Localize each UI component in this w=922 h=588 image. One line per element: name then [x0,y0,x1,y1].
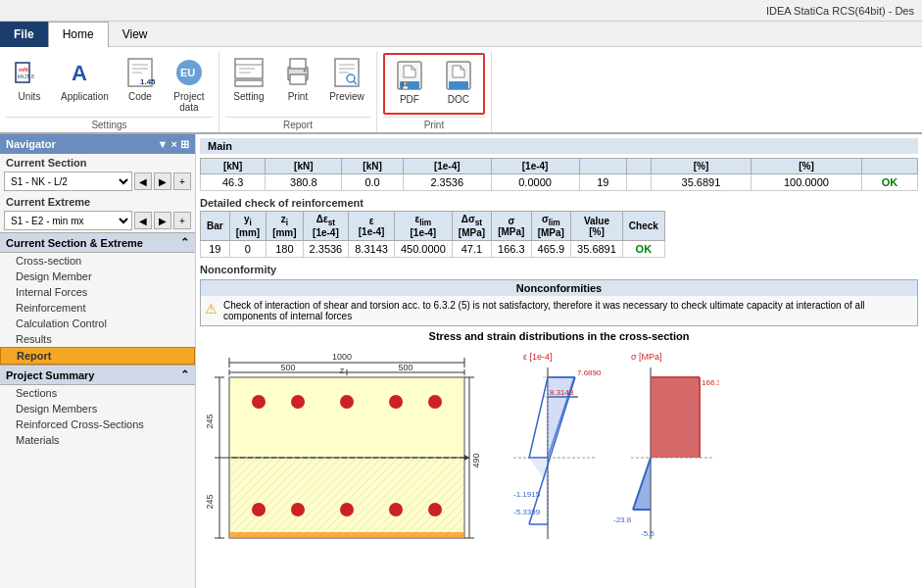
content-area: Main [kN] [kN] [kN] [1e-4] [1e-4] [%] [%… [196,134,922,588]
r-value: 35.6891 [571,241,623,258]
preview-button[interactable]: Preview [323,53,370,104]
print-label: Print [288,91,309,102]
r-eps: 8.3143 [349,241,395,258]
nav-reinforced-cross-sections[interactable]: Reinforced Cross-Sections [0,416,195,432]
settings-group: mN kN 25.8 Units A Application [0,51,219,132]
rh-eps: ε[1e-4] [349,212,395,241]
diagram-area: 1000 500 z 500 [200,348,918,556]
doc-label: DOC [448,94,469,105]
print-button[interactable]: Print [274,53,321,104]
svg-rect-79 [229,532,464,538]
svg-text:ε [1e-4]: ε [1e-4] [523,352,553,362]
svg-point-54 [252,395,266,409]
svg-rect-18 [290,59,306,69]
project-data-button[interactable]: EU Projectdata [166,53,213,115]
svg-text:1.45: 1.45 [140,77,156,86]
summary-cell-9: 100.0000 [751,174,861,191]
nav-calculation-control[interactable]: Calculation Control [0,316,195,331]
summary-cell-10: OK [862,174,918,191]
nonconformity-section-title: Nonconformity [200,264,918,275]
nav-materials[interactable]: Materials [0,432,195,448]
navigator-controls: ▼ × ⊞ [158,138,189,151]
doc-icon [441,58,476,93]
print-icon [280,55,315,90]
application-icon: A [67,55,102,90]
section-group-header[interactable]: Current Section & Extreme ⌃ [0,232,195,253]
view-tab[interactable]: View [109,22,162,47]
svg-point-59 [252,503,266,516]
svg-point-55 [291,395,305,409]
menu-bar: File Home View [0,22,922,47]
pdf-button[interactable]: 💾 PDF [386,56,433,107]
current-section-select[interactable]: S1 - NK - L/2 [4,172,132,191]
nav-cross-section[interactable]: Cross-section [0,253,195,269]
summary-cell-3: 0.0 [342,174,403,191]
nonconformity-box-title: Nonconformities [201,280,917,296]
svg-text:-5.3399: -5.3399 [513,508,541,516]
nonconformity-box: Nonconformities ⚠ Check of interaction o… [200,279,918,326]
nav-design-members[interactable]: Design Members [0,401,195,416]
nav-design-member[interactable]: Design Member [0,269,195,284]
project-group-label: Project Summary [6,369,94,381]
nav-internal-forces[interactable]: Internal Forces [0,284,195,300]
extreme-next-btn[interactable]: ▶ [154,212,171,229]
col-header-1: [kN] [201,159,266,174]
svg-point-60 [291,503,305,516]
col-header-9: [%] [751,159,861,174]
summary-cell-6: 19 [579,174,627,191]
svg-text:245: 245 [205,414,215,428]
svg-text:25.8: 25.8 [24,74,34,79]
rh-epslim: εlim[1e-4] [394,212,452,241]
svg-rect-19 [290,74,306,84]
rh-check: Check [622,212,664,241]
print-group-label: Print [383,117,485,130]
doc-button[interactable]: DOC [435,56,482,107]
nonconformity-text: Check of interaction of shear and torsio… [223,300,913,321]
reinforcement-row: 19 0 180 2.3536 8.3143 450.0000 47.1 166… [201,241,665,258]
ribbon: mN kN 25.8 Units A Application [0,47,922,134]
application-button[interactable]: A Application [55,53,115,104]
col-header-3: [kN] [342,159,403,174]
pdf-icon: 💾 [392,58,427,93]
svg-text:EU: EU [180,67,195,78]
svg-point-58 [428,395,442,409]
section-prev-btn[interactable]: ◀ [134,172,152,190]
svg-text:A: A [72,61,87,85]
rh-sigma: σ[MPa] [492,212,532,241]
application-label: Application [61,91,109,102]
section-next-btn[interactable]: ▶ [154,172,171,190]
project-group-header[interactable]: Project Summary ⌃ [0,365,195,385]
rh-sigmalim: σlim[MPa] [531,212,571,241]
col-header-8: [%] [652,159,752,174]
report-group: Setting Print [219,51,377,132]
home-tab[interactable]: Home [48,22,109,47]
section-add-btn[interactable]: + [173,172,191,190]
nav-sections[interactable]: Sections [0,385,195,401]
extreme-add-btn[interactable]: + [173,212,191,229]
print-group: 💾 PDF [377,51,492,132]
units-label: Units [19,91,41,102]
code-button[interactable]: 1.45 Code [117,53,164,104]
section-group-label: Current Section & Extreme [6,237,143,249]
nav-results[interactable]: Results [0,331,195,347]
svg-text:-5.5: -5.5 [641,529,655,538]
settings-items: mN kN 25.8 Units A Application [6,53,213,115]
project-data-label: Projectdata [173,91,204,113]
r-sigmalim: 465.9 [531,241,571,258]
title-text: IDEA StatiCa RCS(64bit) - Des [766,5,914,17]
units-button[interactable]: mN kN 25.8 Units [6,53,53,104]
svg-point-20 [303,70,306,73]
nav-report[interactable]: Report [0,347,195,365]
file-menu-button[interactable]: File [0,22,48,47]
stress-chart: σ [MPa] 166.3 -23.8 -5.5 [611,348,719,556]
reinforcement-check-title: Detailed check of reinforcement [200,197,918,209]
nav-reinforcement[interactable]: Reinforcement [0,300,195,316]
summary-cell-7 [627,174,652,191]
current-extreme-select[interactable]: S1 - E2 - min mx [4,211,132,230]
report-items: Setting Print [225,53,370,115]
cross-section-drawing: 1000 500 z 500 [200,348,484,556]
current-section-row: S1 - NK - L/2 ◀ ▶ + [0,170,195,193]
extreme-prev-btn[interactable]: ◀ [134,212,152,229]
main-tab-label: Main [208,140,232,152]
setting-button[interactable]: Setting [225,53,272,104]
